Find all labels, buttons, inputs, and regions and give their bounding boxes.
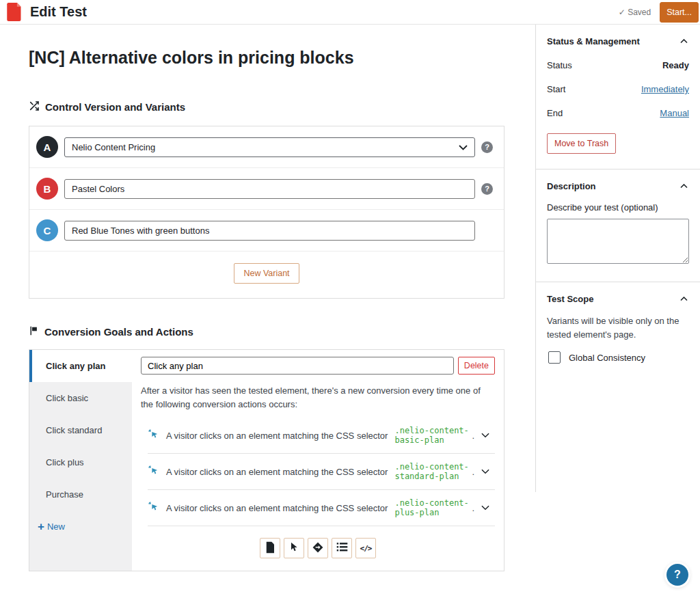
shuffle-icon [29, 100, 40, 113]
variants-section-title: Control Version and Variants [45, 101, 185, 113]
start-row: Start Immediately [547, 84, 689, 94]
flag-icon [29, 325, 39, 338]
status-panel-title: Status & Management [547, 36, 640, 46]
page-view-action-button[interactable] [260, 538, 280, 558]
variant-b-row: B ? [29, 168, 504, 210]
delete-goal-button[interactable]: Delete [458, 357, 495, 375]
navigation-icon [312, 541, 324, 556]
chevron-down-icon [459, 142, 468, 152]
goal-tabs: Click any plan Click basic Click standar… [29, 350, 132, 571]
settings-sidebar: Status & Management Status Ready Start I… [535, 25, 700, 492]
top-bar: Edit Test ✓ Saved Start... [0, 0, 700, 25]
new-variant-button[interactable]: New Variant [234, 263, 299, 284]
variant-c-row: C [29, 210, 504, 252]
chevron-up-icon[interactable] [679, 295, 689, 303]
test-scope-panel: Test Scope Variants will be visible only… [536, 282, 700, 379]
help-button[interactable]: ? [667, 564, 688, 586]
add-action-buttons: </> [141, 538, 495, 558]
goals-section-header: Conversion Goals and Actions [29, 325, 504, 338]
check-icon: ✓ [619, 8, 625, 17]
nelio-ab-testing-logo-icon [7, 3, 23, 21]
navigation-action-button[interactable] [308, 538, 328, 558]
saved-status: ✓ Saved [619, 8, 651, 17]
variants-section-header: Control Version and Variants [29, 100, 504, 113]
end-row: End Manual [547, 108, 689, 118]
goal-tab-purchase[interactable]: Purchase [29, 478, 132, 511]
chevron-up-icon[interactable] [679, 182, 689, 190]
click-action-button[interactable] [284, 538, 304, 558]
test-title-input[interactable]: [NC] Alternative colors in pricing block… [29, 47, 504, 68]
conversion-action-row: A visitor clicks on an element matching … [148, 490, 495, 526]
goal-name-input[interactable] [141, 357, 454, 375]
start-test-button[interactable]: Start... [660, 2, 699, 23]
start-setting-link[interactable]: Immediately [641, 84, 689, 94]
end-setting-link[interactable]: Manual [660, 108, 689, 118]
css-selector-code: .nelio-content-standard-plan [394, 462, 471, 481]
conversion-intro-text: After a visitor has seen the tested elem… [141, 384, 495, 411]
goals-section-title: Conversion Goals and Actions [44, 326, 193, 338]
cursor-icon [288, 541, 299, 555]
variants-box: A Nelio Content Pricing ? B ? C New V [29, 126, 504, 299]
chevron-up-icon[interactable] [679, 38, 689, 45]
click-icon [148, 501, 159, 515]
new-goal-button[interactable]: + New [29, 511, 132, 543]
test-scope-description: Variants will be visible only on the tes… [547, 314, 687, 342]
control-version-value: Nelio Content Pricing [72, 142, 155, 152]
test-scope-panel-title: Test Scope [547, 294, 593, 304]
chevron-down-icon[interactable] [481, 505, 489, 511]
list-icon [336, 542, 348, 554]
help-icon[interactable]: ? [481, 141, 493, 153]
move-to-trash-button[interactable]: Move to Trash [547, 133, 616, 154]
variant-b-name-input[interactable] [64, 179, 475, 199]
click-icon [148, 465, 159, 479]
css-selector-code: .nelio-content-plus-plan [394, 498, 471, 517]
main-column: [NC] Alternative colors in pricing block… [0, 25, 535, 598]
page-title: Edit Test [30, 4, 87, 20]
variant-c-badge: C [36, 219, 58, 241]
goals-box: Click any plan Click basic Click standar… [29, 349, 504, 571]
global-consistency-checkbox[interactable] [548, 351, 561, 364]
goal-content: Delete After a visitor has seen the test… [132, 350, 504, 571]
code-icon: </> [360, 544, 372, 553]
status-row: Status Ready [547, 60, 689, 70]
description-panel-title: Description [547, 181, 596, 191]
conversion-action-row: A visitor clicks on an element matching … [148, 418, 495, 454]
description-panel: Description Describe your test (optional… [536, 169, 700, 282]
custom-code-action-button[interactable]: </> [355, 538, 376, 558]
global-consistency-label: Global Consistency [569, 353, 645, 363]
status-management-panel: Status & Management Status Ready Start I… [536, 25, 700, 169]
help-icon[interactable]: ? [481, 183, 493, 195]
goal-tab-click-standard[interactable]: Click standard [29, 414, 132, 446]
status-value: Ready [662, 60, 689, 70]
control-version-row: A Nelio Content Pricing ? [29, 126, 504, 168]
description-textarea[interactable] [547, 219, 689, 264]
goal-tab-click-plus[interactable]: Click plus [29, 446, 132, 478]
chevron-down-icon[interactable] [481, 433, 489, 438]
goal-tab-click-basic[interactable]: Click basic [29, 382, 132, 414]
control-version-select[interactable]: Nelio Content Pricing [64, 137, 475, 157]
variant-c-name-input[interactable] [64, 221, 475, 241]
variant-b-badge: B [36, 178, 58, 200]
plus-icon: + [38, 522, 44, 531]
list-action-button[interactable] [332, 538, 352, 558]
css-selector-code: .nelio-content-basic-plan [394, 426, 471, 445]
conversion-action-row: A visitor clicks on an element matching … [148, 454, 495, 490]
conversion-actions-list: A visitor clicks on an element matching … [148, 418, 495, 526]
page-icon [265, 541, 275, 556]
chevron-down-icon[interactable] [481, 469, 489, 474]
goal-tab-click-any-plan[interactable]: Click any plan [29, 350, 132, 382]
variant-a-badge: A [36, 136, 58, 158]
description-label: Describe your test (optional) [547, 202, 689, 213]
click-icon [148, 429, 159, 443]
